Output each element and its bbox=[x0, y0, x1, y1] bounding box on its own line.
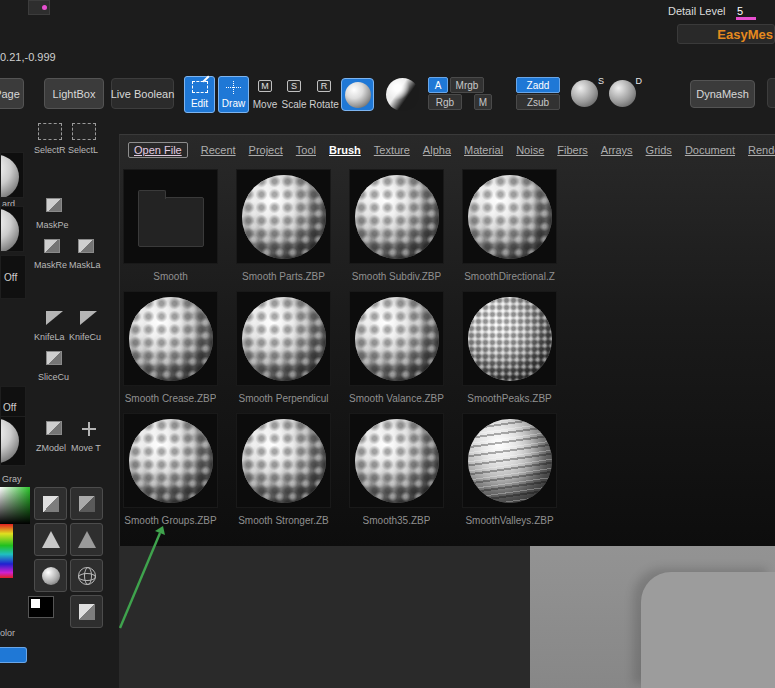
current-material-button[interactable] bbox=[386, 78, 419, 111]
material-name-label: Gray bbox=[2, 474, 22, 484]
brush-item[interactable]: Smooth bbox=[123, 169, 218, 283]
brush-preview-sphere-icon bbox=[345, 82, 371, 108]
tab-alpha[interactable]: Alpha bbox=[423, 144, 451, 156]
tab-fibers[interactable]: Fibers bbox=[557, 144, 588, 156]
color-sv-square[interactable] bbox=[0, 487, 30, 524]
draw-icon bbox=[226, 81, 241, 94]
brush-thumbnail[interactable] bbox=[236, 169, 331, 264]
slicecu-icon[interactable] bbox=[46, 351, 62, 365]
dynamesh-button[interactable]: DynaMesh bbox=[690, 80, 755, 108]
zsub-button[interactable]: Zsub bbox=[516, 94, 560, 110]
lightbox-button[interactable]: LightBox bbox=[44, 78, 104, 109]
brush-thumbnail[interactable] bbox=[462, 169, 557, 264]
knifecu-icon[interactable] bbox=[80, 311, 97, 325]
switchcolor-button[interactable] bbox=[0, 647, 27, 663]
a-button[interactable]: A bbox=[428, 77, 448, 93]
page-button[interactable]: Page bbox=[0, 78, 24, 109]
primitive-sphere-button[interactable] bbox=[34, 559, 67, 592]
brush-item[interactable]: Smooth Perpendicul bbox=[236, 291, 331, 405]
brush-item[interactable]: SmoothPeaks.ZBP bbox=[462, 291, 557, 405]
rgb-button[interactable]: Rgb bbox=[428, 94, 462, 110]
brush-item-label: SmoothDirectional.Z bbox=[464, 270, 555, 283]
cube-icon bbox=[79, 496, 95, 512]
brush-item[interactable]: Smooth Crease.ZBP bbox=[123, 291, 218, 405]
move-button[interactable]: M Move bbox=[251, 76, 279, 113]
knifela-icon[interactable] bbox=[46, 311, 63, 325]
brush-item-label: Smooth35.ZBP bbox=[363, 514, 431, 527]
brush-item[interactable]: Smooth35.ZBP bbox=[349, 413, 444, 527]
tab-material[interactable]: Material bbox=[464, 144, 503, 156]
easymesh-button[interactable]: EasyMes bbox=[677, 24, 775, 44]
texture-swatch[interactable] bbox=[28, 596, 54, 618]
m-button[interactable]: M bbox=[474, 94, 492, 110]
selectl-label: SelectL bbox=[68, 145, 98, 155]
texture-swatch-inner bbox=[31, 599, 40, 608]
selectl-icon[interactable] bbox=[72, 123, 96, 140]
brush-thumbnail[interactable] bbox=[123, 291, 218, 386]
sculpt-d-icon[interactable]: D bbox=[609, 80, 636, 107]
folder-icon bbox=[138, 197, 204, 247]
zmodel-icon[interactable] bbox=[46, 421, 62, 435]
sculpt-s-icon[interactable]: S bbox=[571, 80, 598, 107]
color-hue-strip[interactable] bbox=[0, 524, 13, 578]
zbrush-window: Open File Recent Project Tool Brush Text… bbox=[0, 0, 775, 688]
material-preview-thumb[interactable] bbox=[0, 416, 26, 466]
tab-noise[interactable]: Noise bbox=[516, 144, 544, 156]
movet-icon[interactable] bbox=[82, 422, 96, 436]
brush-item[interactable]: Smooth Groups.ZBP bbox=[123, 413, 218, 527]
brush-thumbnail[interactable] bbox=[349, 291, 444, 386]
tab-tool[interactable]: Tool bbox=[296, 144, 316, 156]
primitive-cube2-button[interactable] bbox=[70, 487, 103, 520]
tab-renderset[interactable]: RenderSet bbox=[748, 144, 775, 156]
rotate-button[interactable]: R Rotate bbox=[308, 76, 340, 113]
brush-item-label: Smooth Subdiv.ZBP bbox=[352, 270, 441, 283]
primitive-cone2-button[interactable] bbox=[70, 523, 103, 556]
brush-thumbnail[interactable] bbox=[123, 413, 218, 508]
brush-thumbnail[interactable] bbox=[349, 413, 444, 508]
detail-level-slider[interactable] bbox=[736, 17, 756, 20]
primitive-smallcube-button[interactable] bbox=[70, 595, 103, 628]
maskre-icon[interactable] bbox=[44, 239, 60, 253]
primitive-wiresphere-button[interactable] bbox=[70, 559, 103, 592]
tab-recent[interactable]: Recent bbox=[201, 144, 236, 156]
current-brush-button[interactable] bbox=[341, 78, 374, 111]
brush-thumbnail[interactable] bbox=[236, 413, 331, 508]
tab-texture[interactable]: Texture bbox=[374, 144, 410, 156]
brush-item[interactable]: SmoothDirectional.Z bbox=[462, 169, 557, 283]
brush-thumbnail[interactable] bbox=[236, 291, 331, 386]
brush-thumbnail[interactable] bbox=[349, 169, 444, 264]
mrgb-button[interactable]: Mrgb bbox=[450, 77, 484, 93]
live-boolean-button[interactable]: Live Boolean bbox=[111, 78, 174, 109]
brush-item[interactable]: Smooth Valance.ZBP bbox=[349, 291, 444, 405]
brush-item[interactable]: Smooth Stronger.ZB bbox=[236, 413, 331, 527]
sphere-preview bbox=[355, 175, 439, 259]
edit-button[interactable]: Edit bbox=[184, 76, 215, 113]
tab-document[interactable]: Document bbox=[685, 144, 735, 156]
brush-item[interactable]: Smooth Subdiv.ZBP bbox=[349, 169, 444, 283]
scale-button[interactable]: S Scale bbox=[280, 76, 308, 113]
tab-arrays[interactable]: Arrays bbox=[601, 144, 633, 156]
tab-grids[interactable]: Grids bbox=[646, 144, 672, 156]
tab-open-file[interactable]: Open File bbox=[128, 142, 188, 158]
primitive-cube-button[interactable] bbox=[34, 487, 67, 520]
clipped-right-button[interactable] bbox=[767, 78, 775, 108]
zadd-button[interactable]: Zadd bbox=[516, 77, 560, 93]
canvas-object[interactable] bbox=[641, 572, 775, 688]
primitive-cone-button[interactable] bbox=[34, 523, 67, 556]
tab-project[interactable]: Project bbox=[249, 144, 283, 156]
brush-item[interactable]: SmoothValleys.ZBP bbox=[462, 413, 557, 527]
brush-item-label: SmoothValleys.ZBP bbox=[465, 514, 553, 527]
brush-thumbnail[interactable] bbox=[462, 291, 557, 386]
maskla-icon[interactable] bbox=[78, 239, 94, 253]
stroke-preview-thumb[interactable] bbox=[0, 206, 24, 252]
brush-preview-thumb[interactable] bbox=[0, 152, 24, 198]
maskpe-icon[interactable] bbox=[46, 198, 62, 212]
brush-thumbnail[interactable] bbox=[123, 169, 218, 264]
selectr-icon[interactable] bbox=[38, 123, 62, 140]
brush-thumbnail[interactable] bbox=[462, 413, 557, 508]
brush-item[interactable]: Smooth Parts.ZBP bbox=[236, 169, 331, 283]
sphere-preview bbox=[242, 419, 326, 503]
top-left-icon[interactable] bbox=[28, 0, 50, 15]
tab-brush[interactable]: Brush bbox=[329, 144, 361, 156]
draw-button[interactable]: Draw bbox=[218, 76, 249, 113]
